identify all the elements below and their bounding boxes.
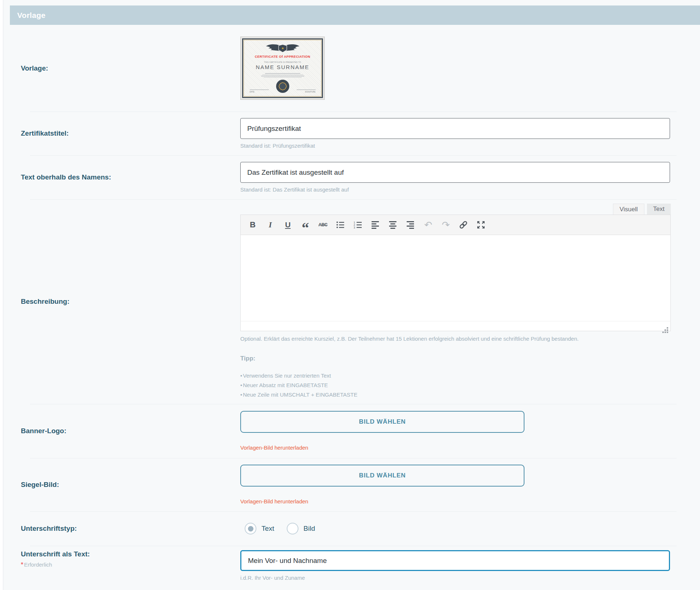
editor-toolbar: B I U “ ABC [240,215,671,235]
rich-text-editor: Visuell Text B I U “ ABC [240,204,671,331]
radio-unselected-icon [287,523,298,534]
align-right-icon[interactable] [403,218,418,232]
svg-text:3: 3 [354,226,355,229]
siegel-bild-label: Siegel-Bild: [21,481,59,488]
siegel-bild-download-link[interactable]: Vorlagen-Bild herunterladen [240,498,308,504]
certificate-title-text: CERTIFICATE Of APPRECIATION [255,55,311,58]
radio-option-bild[interactable]: Bild [287,523,315,534]
section-header: Vorlage [10,5,700,25]
settings-panel: Vorlage Vorlage: ★ CERTIFICATE Of AP [3,0,700,590]
beschreibung-editor-area[interactable] [240,235,671,321]
text-oberhalb-helper: Standard ist: Das Zertifikat ist ausgest… [240,186,670,193]
required-text: Erforderlich [24,561,52,568]
unterschrift-text-input[interactable] [240,550,670,571]
tab-visuell[interactable]: Visuell [613,204,644,215]
required-asterisk: * [21,561,23,568]
wings-emblem-icon: ★ [265,43,300,54]
certificate-name-text: NAME SURNAME [256,64,309,70]
underline-icon[interactable]: U [280,218,296,232]
section-title: Vorlage [17,11,46,20]
vorlage-label: Vorlage: [21,64,48,72]
align-center-icon[interactable] [385,218,401,232]
unterschriftstyp-radio-group: Text Bild [240,523,670,534]
numbered-list-icon[interactable]: 1 2 3 [350,218,366,232]
certificate-presented-text: THIS CERTIFICATE IS PRESENTED TO [264,61,301,63]
row-zertifikatstitel: Zertifikatstitel: Standard ist: Prüfungs… [3,111,700,155]
certificate-paragraph [261,73,304,77]
row-banner-logo: Banner-Logo: BILD WÄHLEN Vorlagen-Bild h… [3,404,700,458]
unterschrift-text-helper: i.d.R. Ihr Vor- und Zuname [240,575,670,581]
row-siegel-bild: Siegel-Bild: BILD WÄHLEN Vorlagen-Bild h… [3,458,700,511]
radio-selected-icon [245,523,256,534]
tip-list: Verwendens Sie nur zentrierten Text Neue… [240,371,671,400]
required-hint: *Erforderlich [21,561,240,568]
zertifikatstitel-helper: Standard ist: Prüfungszertifikat [240,143,670,149]
svg-text:2: 2 [354,224,355,226]
beschreibung-helper: Optional. Erklärt das erreichte Kursziel… [240,336,671,342]
tip-title: Tipp: [240,355,671,362]
tip-item: Neue Zeile mit UMSCHALT + EINGABETASTE [240,390,671,400]
certificate-signature-label: SIGNATURE [297,90,316,93]
text-oberhalb-input[interactable] [240,162,670,183]
undo-icon[interactable]: ↶ [421,218,436,232]
align-left-icon[interactable] [368,218,383,232]
row-text-oberhalb: Text oberhalb des Namens: Standard ist: … [3,155,700,199]
italic-icon[interactable]: I [263,218,278,232]
strikethrough-icon[interactable]: ABC [315,218,331,232]
blockquote-icon[interactable]: “ [298,218,313,232]
text-oberhalb-label: Text oberhalb des Namens: [21,173,111,181]
bold-icon[interactable]: B [245,218,260,232]
siegel-bild-choose-button[interactable]: BILD WÄHLEN [240,465,524,487]
radio-option-text-label: Text [261,525,274,533]
radio-option-text[interactable]: Text [245,523,274,534]
banner-logo-download-link[interactable]: Vorlagen-Bild herunterladen [240,445,308,451]
unterschrift-text-label: Unterschrift als Text: [21,550,90,558]
certificate-date-label: DATE [250,90,269,93]
tip-item: Neuer Absatz mit EINGABETASTE [240,381,671,390]
tip-item: Verwendens Sie nur zentrierten Text [240,371,671,381]
certificate-preview-image: ★ CERTIFICATE Of APPRECIATION THIS CERTI… [240,37,325,100]
svg-text:1: 1 [354,221,355,224]
certificate-seal-icon [276,80,289,93]
row-beschreibung: Beschreibung: Visuell Text B I U “ ABC [3,199,700,404]
zertifikatstitel-label: Zertifikatstitel: [21,129,69,137]
radio-option-bild-label: Bild [304,525,315,533]
unterschriftstyp-label: Unterschriftstyp: [21,525,77,532]
resize-grip-icon[interactable] [667,327,668,329]
row-vorlage: Vorlage: ★ CERTIFICATE Of APPRECIATION T… [3,25,700,111]
banner-logo-choose-button[interactable]: BILD WÄHLEN [240,411,524,433]
fullscreen-icon[interactable] [473,218,489,232]
editor-statusbar [240,321,671,331]
certificate-template-form: Vorlage: ★ CERTIFICATE Of APPRECIATION T… [3,25,700,590]
bulleted-list-icon[interactable] [333,218,348,232]
zertifikatstitel-input[interactable] [240,118,670,139]
tab-text[interactable]: Text [647,204,671,215]
redo-icon[interactable]: ↷ [438,218,454,232]
link-icon[interactable] [456,218,471,232]
row-unterschrift-als-text: Unterschrift als Text: *Erforderlich i.d… [3,546,700,590]
banner-logo-label: Banner-Logo: [21,427,67,435]
svg-text:★: ★ [281,46,284,50]
row-unterschriftstyp: Unterschriftstyp: Text Bild [3,511,700,546]
beschreibung-label: Beschreibung: [21,298,69,305]
